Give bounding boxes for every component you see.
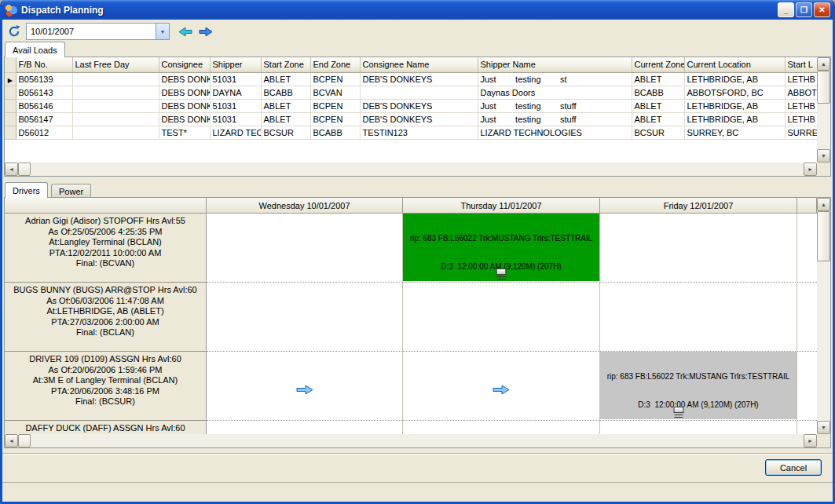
cell[interactable]: DEBS DONKE — [159, 86, 210, 99]
driver-info-cell[interactable]: BUGS BUNNY (BUGS) ARR@STOP Hrs Avl:60 As… — [5, 283, 207, 352]
cell[interactable]: SURRE — [785, 126, 817, 139]
row-selector[interactable]: ▶ — [5, 72, 16, 86]
cell[interactable]: B056146 — [16, 99, 72, 112]
scroll-left-button[interactable]: ◄ — [5, 163, 18, 176]
cell[interactable]: LETHB — [785, 72, 817, 86]
cell[interactable]: ABLET — [632, 72, 684, 86]
cell[interactable] — [72, 86, 159, 99]
cell[interactable]: DAYNA — [210, 86, 261, 99]
dispatch-arrow-icon[interactable] — [296, 385, 313, 396]
scrollbar-thumb[interactable] — [817, 71, 830, 104]
cell[interactable]: LETHBRIDGE, AB — [684, 112, 785, 126]
cell[interactable] — [72, 72, 159, 86]
cell[interactable]: BCVAN — [310, 86, 360, 99]
schedule-cell-friday[interactable] — [600, 214, 797, 283]
date-input[interactable] — [27, 24, 156, 39]
tab-avail-loads[interactable]: Avail Loads — [5, 42, 65, 57]
schedule-cell-friday[interactable] — [600, 283, 797, 352]
scrollbar-thumb[interactable] — [18, 163, 31, 176]
dropdown-arrow-icon[interactable]: ▼ — [156, 24, 169, 39]
cell[interactable]: ABLET — [261, 99, 310, 112]
cell[interactable]: LETHB — [785, 112, 817, 126]
cell[interactable]: ABLET — [632, 99, 684, 112]
row-selector[interactable] — [5, 126, 16, 139]
driver-info-cell[interactable]: DAFFY DUCK (DAFF) ASSGN Hrs Avl:60 — [5, 421, 207, 434]
cell[interactable]: ABLET — [632, 112, 684, 126]
table-row[interactable]: B056147 DEBS DONKE 51031 ABLET BCPEN DEB… — [5, 112, 817, 126]
cell[interactable]: LETHBRIDGE, AB — [684, 72, 785, 86]
next-day-button[interactable] — [196, 22, 216, 41]
dispatch-arrow-icon[interactable] — [493, 385, 510, 396]
scroll-up-button[interactable]: ▲ — [817, 198, 830, 211]
scroll-right-button[interactable]: ► — [804, 163, 817, 176]
day-header-wednesday[interactable]: Wednesday 10/01/2007 — [207, 198, 403, 214]
cell[interactable]: BCSUR — [632, 126, 684, 139]
cell[interactable]: Just testing stuff — [478, 112, 632, 126]
schedule-cell-thursday[interactable]: rip: 683 FB:L56022 Trk:MUSTANG Trlrs:TES… — [403, 214, 600, 283]
cell[interactable]: LIZARD TEC — [210, 126, 261, 139]
tab-drivers[interactable]: Drivers — [5, 182, 48, 198]
cell[interactable]: TEST* — [159, 126, 210, 139]
cell[interactable]: 51031 — [210, 99, 261, 112]
column-header[interactable]: Last Free Day — [72, 57, 159, 72]
driver-info-cell[interactable]: DRIVER 109 (D109) ASSGN Hrs Avl:60 As Of… — [5, 352, 207, 421]
column-header[interactable]: Start Zone — [261, 57, 310, 72]
cell[interactable]: LETHBRIDGE, AB — [684, 99, 785, 112]
table-row[interactable]: D56012 TEST* LIZARD TEC BCSUR BCABB TEST… — [5, 126, 817, 139]
cell[interactable]: DEB'S DONKEYS — [360, 112, 478, 126]
cell[interactable]: DEBS DONKE — [159, 99, 210, 112]
cell[interactable]: BCABB — [261, 86, 310, 99]
trip-event-block[interactable]: rip: 683 FB:L56022 Trk:MUSTANG Trlrs:TES… — [403, 214, 599, 281]
scroll-up-button[interactable]: ▲ — [817, 57, 830, 71]
cell[interactable]: BCPEN — [310, 112, 360, 126]
cell[interactable]: BCPEN — [310, 99, 360, 112]
cell[interactable]: LIZARD TECHNOLOGIES — [478, 126, 632, 139]
schedule-cell-thursday[interactable] — [403, 421, 600, 434]
cell[interactable]: SURREY, BC — [684, 126, 785, 139]
schedule-vertical-scrollbar[interactable]: ▲ ▼ — [817, 198, 830, 434]
column-header[interactable]: Consignee — [159, 57, 210, 72]
row-selector[interactable] — [5, 99, 16, 112]
schedule-cell-wednesday[interactable] — [207, 283, 403, 352]
cell[interactable]: BCABB — [632, 86, 684, 99]
schedule-cell-wednesday[interactable] — [207, 352, 403, 421]
cell[interactable]: Daynas Doors — [478, 86, 632, 99]
cell[interactable]: LETHB — [785, 99, 817, 112]
schedule-cell-friday[interactable] — [600, 421, 797, 434]
scroll-left-button[interactable]: ◄ — [5, 434, 18, 447]
cell[interactable] — [72, 112, 159, 126]
scroll-down-button[interactable]: ▼ — [817, 149, 830, 163]
date-combobox[interactable]: ▼ — [26, 23, 170, 40]
scrollbar-thumb[interactable] — [817, 211, 830, 261]
column-header[interactable]: Current Zone — [632, 57, 684, 72]
schedule-cell-wednesday[interactable] — [207, 421, 403, 434]
day-header-friday[interactable]: Friday 12/01/2007 — [600, 198, 797, 214]
schedule-cell-thursday[interactable] — [403, 283, 600, 352]
cell[interactable]: 51031 — [210, 72, 261, 86]
day-header-thursday[interactable]: Thursday 11/01/2007 — [403, 198, 600, 214]
cell[interactable]: Just testing st — [478, 72, 632, 86]
cell[interactable]: B056147 — [16, 112, 72, 126]
cell[interactable]: ABLET — [261, 112, 310, 126]
column-header[interactable]: Shipper — [210, 57, 261, 72]
cell[interactable]: ABBOT — [785, 86, 817, 99]
table-row[interactable]: ▶ B056139 DEBS DONKE 51031 ABLET BCPEN D… — [5, 72, 817, 86]
cell[interactable]: B056143 — [16, 86, 72, 99]
row-selector[interactable] — [5, 86, 16, 99]
previous-day-button[interactable] — [175, 22, 196, 41]
cell[interactable]: DEB'S DONKEYS — [360, 99, 478, 112]
scrollbar-thumb[interactable] — [18, 434, 31, 447]
row-selector[interactable] — [5, 112, 16, 126]
column-header[interactable]: Consignee Name — [360, 57, 478, 72]
cell[interactable]: BCABB — [310, 126, 360, 139]
trip-event-block[interactable]: rip: 683 FB:L56022 Trk:MUSTANG Trlrs:TES… — [600, 352, 797, 419]
maximize-button[interactable]: ❐ — [796, 2, 812, 17]
close-button[interactable]: ✕ — [814, 2, 830, 17]
column-header[interactable]: Current Location — [684, 57, 785, 72]
tab-power[interactable]: Power — [51, 184, 91, 198]
cell[interactable]: ABBOTSFORD, BC — [684, 86, 785, 99]
cancel-button[interactable]: Cancel — [765, 459, 822, 476]
column-header[interactable]: Shipper Name — [478, 57, 632, 72]
schedule-cell-friday[interactable]: rip: 683 FB:L56022 Trk:MUSTANG Trlrs:TES… — [600, 352, 797, 421]
cell[interactable]: ABLET — [261, 72, 310, 86]
